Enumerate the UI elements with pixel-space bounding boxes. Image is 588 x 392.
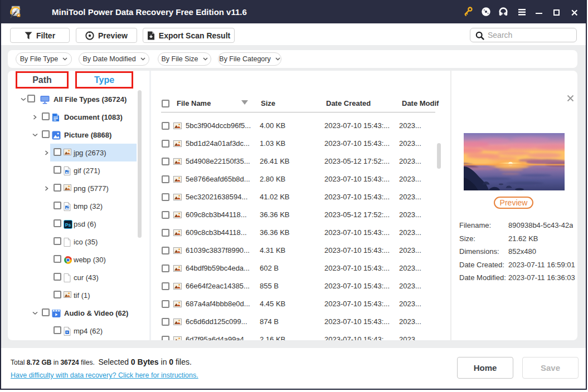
svg-text:Ps: Ps [65,222,71,227]
